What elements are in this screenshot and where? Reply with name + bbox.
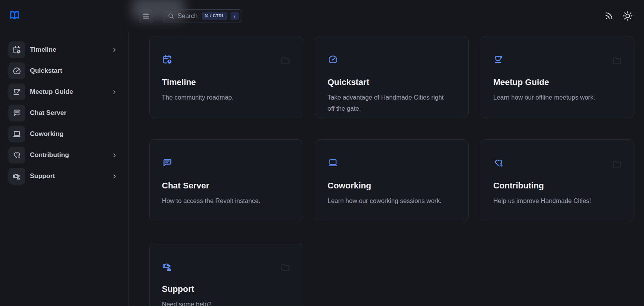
folder-icon <box>280 262 291 273</box>
sidebar: TimelineQuickstartMeetup GuideChat Serve… <box>0 32 128 306</box>
folder-icon <box>611 159 622 170</box>
sidebar-item-timeline[interactable]: Timeline <box>8 41 117 58</box>
card-contributing[interactable]: ContributingHelp us improve Handmade Cit… <box>481 139 634 221</box>
card-title: Chat Server <box>162 181 290 191</box>
card-description: Help us improve Handmade Cities! <box>493 195 614 206</box>
sidebar-item-label: Quickstart <box>30 67 117 75</box>
hand-bell-icon <box>162 261 290 272</box>
sidebar-item-support[interactable]: Support <box>8 168 117 185</box>
page-layout: TimelineQuickstartMeetup GuideChat Serve… <box>0 32 644 306</box>
topbar: Search ⌘ / CTRL / <box>0 0 644 32</box>
topbar-actions <box>604 10 644 21</box>
laptop-icon <box>8 126 25 142</box>
card-title: Contributing <box>493 181 622 191</box>
sidebar-item-label: Contributing <box>30 151 112 159</box>
card-title: Support <box>162 284 290 294</box>
menu-icon <box>142 12 150 20</box>
sidebar-item-label: Chat Server <box>30 109 117 117</box>
book-open-icon <box>8 9 21 21</box>
folder-icon <box>611 56 622 66</box>
card-title: Coworking <box>328 181 456 191</box>
rss-icon <box>604 11 614 21</box>
hand-bell-icon <box>8 168 25 185</box>
laptop-icon <box>328 157 456 168</box>
menu-button[interactable] <box>139 9 153 23</box>
message-icon <box>162 157 290 168</box>
sidebar-item-chat-server[interactable]: Chat Server <box>8 105 117 121</box>
sidebar-item-label: Support <box>30 172 112 180</box>
card-chat-server[interactable]: Chat ServerHow to access the Revolt inst… <box>149 139 303 221</box>
folder-icon <box>280 56 291 66</box>
sidebar-item-coworking[interactable]: Coworking <box>8 126 117 142</box>
chevron-right-icon[interactable] <box>112 89 117 95</box>
gauge-icon <box>8 62 25 79</box>
chevron-right-icon[interactable] <box>112 47 117 53</box>
sidebar-item-label: Timeline <box>30 46 112 54</box>
sidebar-item-quickstart[interactable]: Quickstart <box>8 62 117 79</box>
card-description: The community roadmap. <box>162 92 283 103</box>
search-shortcut-primary: ⌘ / CTRL <box>202 12 227 20</box>
main-content: TimelineThe community roadmap.Quickstart… <box>128 32 644 306</box>
calendar-clock-icon <box>8 41 25 58</box>
heart-plus-icon <box>493 157 622 168</box>
sidebar-nav: TimelineQuickstartMeetup GuideChat Serve… <box>8 41 117 185</box>
card-description: Take advantage of Handmade Cities right … <box>328 92 448 114</box>
gauge-icon <box>328 54 456 65</box>
calendar-clock-icon <box>162 54 290 65</box>
card-meetup-guide[interactable]: Meetup GuideLearn how our offline meetup… <box>481 36 634 118</box>
sun-icon <box>622 10 633 21</box>
search-shortcut-secondary: / <box>231 12 239 20</box>
chevron-right-icon[interactable] <box>112 173 117 179</box>
chevron-right-icon[interactable] <box>112 152 117 158</box>
card-quickstart[interactable]: QuickstartTake advantage of Handmade Cit… <box>315 36 469 118</box>
card-title: Timeline <box>162 77 290 87</box>
search-icon <box>168 13 175 20</box>
card-description: Learn how our coworking sessions work. <box>328 195 448 206</box>
search-placeholder: Search <box>178 12 199 20</box>
sidebar-item-label: Coworking <box>30 130 117 138</box>
rss-button[interactable] <box>604 11 614 21</box>
card-title: Quickstart <box>328 77 456 87</box>
card-description: Need some help? <box>162 299 283 306</box>
site-logo-button[interactable] <box>8 9 21 22</box>
cards-grid: TimelineThe community roadmap.Quickstart… <box>149 36 634 306</box>
logo-area <box>0 9 128 23</box>
topbar-search-group: Search ⌘ / CTRL / <box>139 9 242 23</box>
coffee-cup-icon <box>8 83 25 100</box>
card-description: Learn how our offline meetups work. <box>493 92 614 103</box>
card-coworking[interactable]: CoworkingLearn how our coworking session… <box>315 139 469 221</box>
sidebar-item-contributing[interactable]: Contributing <box>8 147 117 164</box>
heart-plus-icon <box>8 147 25 164</box>
card-title: Meetup Guide <box>493 77 622 87</box>
card-support[interactable]: SupportNeed some help? <box>149 243 303 306</box>
card-description: How to access the Revolt instance. <box>162 195 283 206</box>
theme-toggle-button[interactable] <box>622 10 633 21</box>
search-input[interactable]: Search ⌘ / CTRL / <box>163 9 242 23</box>
card-timeline[interactable]: TimelineThe community roadmap. <box>149 36 303 118</box>
message-icon <box>8 105 25 121</box>
coffee-cup-icon <box>493 54 622 65</box>
sidebar-item-meetup-guide[interactable]: Meetup Guide <box>8 83 117 100</box>
sidebar-item-label: Meetup Guide <box>30 88 112 96</box>
